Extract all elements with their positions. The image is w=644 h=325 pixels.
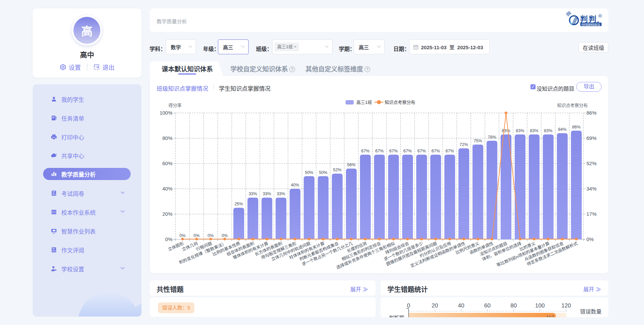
svg-text:0%: 0% <box>180 233 186 238</box>
svg-text:40%: 40% <box>162 186 172 191</box>
svg-text:60%: 60% <box>162 160 172 166</box>
svg-text:78%: 78% <box>488 135 496 140</box>
svg-text:错误数量: 错误数量 <box>580 309 602 315</box>
svg-text:67%: 67% <box>404 149 412 153</box>
svg-text:高三1班: 高三1班 <box>356 100 372 105</box>
svg-text:83%: 83% <box>502 128 510 133</box>
svg-text:67%: 67% <box>431 149 440 153</box>
svg-text:75%: 75% <box>474 139 482 143</box>
svg-text:判断题: 判断题 <box>389 315 404 317</box>
svg-text:60: 60 <box>484 302 491 309</box>
svg-text:67%: 67% <box>417 149 426 153</box>
svg-text:50%: 50% <box>319 170 327 175</box>
svg-text:0%: 0% <box>586 236 594 242</box>
svg-text:40%: 40% <box>291 183 299 187</box>
svg-text:86%: 86% <box>572 125 581 129</box>
svg-text:知识点考察分布: 知识点考察分布 <box>557 103 588 108</box>
svg-text:17%: 17% <box>586 211 597 217</box>
svg-text:得分率: 得分率 <box>168 103 182 108</box>
svg-text:83%: 83% <box>530 128 538 133</box>
svg-text:知识点考察分布: 知识点考察分布 <box>385 100 415 105</box>
svg-text:67%: 67% <box>389 149 398 153</box>
svg-text:你的智能校园好友: 你的智能校园好友 <box>581 23 601 26</box>
svg-text:100: 100 <box>52 247 55 249</box>
svg-text:100%: 100% <box>160 110 172 116</box>
svg-text:86%: 86% <box>586 110 597 116</box>
svg-text:52%: 52% <box>333 168 342 172</box>
svg-text:33%: 33% <box>263 191 271 196</box>
svg-text:67%: 67% <box>361 149 369 153</box>
svg-text:33%: 33% <box>277 191 285 196</box>
svg-text:0%: 0% <box>222 233 228 238</box>
svg-text:100: 100 <box>52 191 55 193</box>
svg-text:112: 112 <box>546 314 554 317</box>
svg-text:50%: 50% <box>305 170 313 175</box>
svg-text:67%: 67% <box>375 149 384 153</box>
svg-text:84%: 84% <box>558 127 567 132</box>
svg-text:120: 120 <box>561 302 571 309</box>
svg-text:25%: 25% <box>234 202 243 206</box>
svg-text:0%: 0% <box>165 236 172 242</box>
svg-text:40: 40 <box>458 302 464 309</box>
svg-text:34%: 34% <box>586 186 597 191</box>
svg-text:80: 80 <box>511 302 517 309</box>
svg-text:56%: 56% <box>347 162 355 167</box>
svg-text:33%: 33% <box>249 191 257 196</box>
svg-text:52%: 52% <box>586 160 597 166</box>
svg-text:80%: 80% <box>162 135 172 141</box>
svg-text:72%: 72% <box>460 142 468 147</box>
svg-text:83%: 83% <box>544 128 552 133</box>
svg-text:0: 0 <box>407 302 410 309</box>
svg-text:0%: 0% <box>207 233 214 238</box>
svg-text:判判: 判判 <box>580 15 597 24</box>
svg-text:69%: 69% <box>586 135 597 141</box>
svg-text:67%: 67% <box>446 149 454 153</box>
svg-text:20%: 20% <box>162 211 172 217</box>
svg-text:100: 100 <box>535 302 545 309</box>
svg-text:0%: 0% <box>194 233 200 238</box>
svg-text:20: 20 <box>432 302 438 309</box>
svg-text:R: R <box>600 15 601 17</box>
svg-text:83%: 83% <box>516 128 524 133</box>
